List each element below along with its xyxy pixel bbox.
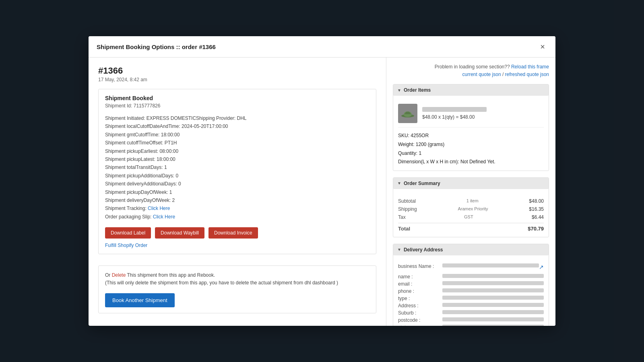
order-summary-arrow: ▼	[397, 181, 401, 185]
link-separator: /	[502, 72, 505, 77]
current-quote-link[interactable]: current quote json	[462, 72, 501, 77]
rebook-section: Or Delete This shipment from this app an…	[98, 265, 376, 313]
detail-line-8: Shipment pickupAdditionalDays: 0	[105, 172, 369, 180]
order-items-section: ▼ Order Items	[393, 84, 549, 171]
summary-subtotal: Subtotal 1 item $48.00	[398, 197, 544, 205]
action-buttons: Download Label Download Waybill Download…	[105, 227, 369, 239]
addr-business-value	[442, 263, 539, 267]
addr-address: Address :	[398, 303, 544, 309]
shipping-label: Shipping	[398, 206, 417, 212]
order-summary-header: ▼ Order Summary	[393, 178, 549, 189]
tax-label: Tax	[398, 214, 406, 220]
weight-label: Weight:	[398, 142, 414, 147]
addr-header-row: business Name : ↗	[398, 263, 544, 271]
addr-name-value	[442, 274, 544, 278]
addr-suburb-label: Suburb :	[398, 310, 442, 316]
delete-link[interactable]: Delete	[112, 272, 126, 278]
addr-email: email :	[398, 281, 544, 287]
shipment-booked-title: Shipment Booked	[105, 95, 369, 101]
addr-type-label: type :	[398, 296, 442, 301]
order-date: 17 May, 2024, 8:42 am	[98, 77, 376, 82]
left-panel: #1366 17 May, 2024, 8:42 am Shipment Boo…	[89, 58, 386, 326]
order-items-header: ▼ Order Items	[393, 84, 549, 96]
item-quantity: Quantity: 1	[398, 149, 544, 158]
edit-address-icon[interactable]: ↗	[539, 264, 544, 270]
download-label-button[interactable]: Download Label	[105, 227, 151, 239]
tax-type: GST	[464, 214, 473, 220]
shipping-provider: Aramex Priority	[458, 206, 488, 212]
summary-total: Total $70.79	[398, 223, 544, 233]
detail-tracking: Shipment Tracking: Click Here	[105, 204, 369, 212]
item-price: $48.00 x 1(qty) = $48.00	[422, 114, 487, 120]
addr-type-value	[442, 296, 544, 300]
download-invoice-button[interactable]: Download Invoice	[208, 227, 258, 239]
tracking-link[interactable]: Click Here	[148, 206, 170, 211]
quantity-label: Quantity:	[398, 150, 417, 156]
shipment-booked-box: Shipment Booked Shipment Id: 7115777826 …	[98, 89, 376, 254]
weight-value: 1200 (grams)	[416, 142, 444, 147]
order-id: #1366	[98, 66, 376, 76]
reload-problem-text: Problem in loading some section??	[435, 64, 510, 70]
addr-postcode-value	[442, 317, 544, 321]
addr-business-label: business Name :	[398, 263, 442, 269]
addr-postcode-label: postcode :	[398, 317, 442, 323]
addr-name: name :	[398, 274, 544, 280]
modal-container: Shipment Booking Options :: order #1366 …	[89, 36, 555, 326]
tax-value: $6.44	[532, 214, 544, 220]
delivery-address-header: ▼ Delivery Address	[393, 244, 549, 255]
packaging-label: Order packaging Slip:	[105, 214, 151, 220]
delivery-address-section: ▼ Delivery Address business Name : ↗	[393, 244, 549, 326]
detail-line-6: Shipment pickupLatest: 18:00:00	[105, 155, 369, 163]
addr-address-label: Address :	[398, 303, 442, 309]
shipment-id-label: Shipment Id:	[105, 103, 132, 109]
detail-line-1: Shipment Initiated: EXPRESS DOMESTICShip…	[105, 114, 369, 122]
quantity-value: 1	[419, 150, 421, 156]
order-item-row: $48.00 x 1(qty) = $48.00	[398, 104, 544, 128]
shipment-details: Shipment Initiated: EXPRESS DOMESTICShip…	[105, 114, 369, 221]
rebook-note: (This will only delete the shipment from…	[105, 280, 338, 286]
reload-link[interactable]: Reload this frame	[511, 64, 549, 70]
shipment-id: Shipment Id: 7115777826	[105, 103, 369, 109]
detail-line-11: Shipment deliveryDayOfWeek: 2	[105, 196, 369, 204]
delivery-arrow: ▼	[397, 247, 401, 252]
delivery-address-body: business Name : ↗ name : email :	[393, 259, 549, 326]
summary-tax: Tax GST $6.44	[398, 213, 544, 221]
summary-shipping: Shipping Aramex Priority $16.35	[398, 205, 544, 213]
detail-packaging: Order packaging Slip: Click Here	[105, 213, 369, 221]
addr-state-value	[442, 325, 544, 326]
download-waybill-button[interactable]: Download Waybill	[155, 227, 204, 239]
item-weight: Weight: 1200 (grams)	[398, 140, 544, 149]
addr-phone-value	[442, 288, 544, 292]
order-summary-section: ▼ Order Summary Subtotal 1 item $48.00 S…	[393, 177, 549, 237]
refreshed-quote-link[interactable]: refreshed quote json	[505, 72, 549, 77]
item-meta: SKU: 4255OR Weight: 1200 (grams) Quantit…	[398, 132, 544, 166]
addr-phone: phone :	[398, 288, 544, 294]
shipment-id-value: 7115777826	[134, 103, 161, 109]
addr-email-value	[442, 281, 544, 285]
detail-line-10: Shipment pickupDayOfWeek: 1	[105, 188, 369, 196]
addr-business-name: business Name :	[398, 263, 539, 269]
addr-type: type :	[398, 296, 544, 301]
order-summary-body: Subtotal 1 item $48.00 Shipping Aramex P…	[393, 193, 549, 237]
modal-overlay: Shipment Booking Options :: order #1366 …	[0, 0, 644, 362]
tracking-label: Shipment Tracking:	[105, 206, 147, 211]
item-image-icon	[400, 106, 415, 121]
fulfill-shopify-link[interactable]: Fulfill Shopify Order	[105, 243, 369, 248]
packaging-link[interactable]: Click Here	[153, 214, 175, 220]
detail-line-4: Shipment cutoffTimeOffset: PT1H	[105, 139, 369, 147]
modal-header: Shipment Booking Options :: order #1366 …	[89, 36, 555, 58]
modal-title: Shipment Booking Options :: order #1366	[97, 43, 216, 50]
dimension-value: Not Defined Yet.	[460, 159, 495, 165]
dimension-label: Dimension(L x W x H in cm):	[398, 159, 459, 165]
book-another-button[interactable]: Book Another Shipment	[105, 293, 175, 307]
item-sku: SKU: 4255OR	[398, 132, 544, 140]
addr-address-value	[442, 303, 544, 307]
close-button[interactable]: ×	[538, 42, 547, 51]
shipping-value: $16.35	[529, 206, 544, 212]
detail-line-3: Shipment gmtCutoffTime: 18:00:00	[105, 131, 369, 139]
detail-line-7: Shipment totalTransitDays: 1	[105, 163, 369, 171]
addr-postcode: postcode :	[398, 317, 544, 323]
reload-section: Problem in loading some section?? Reload…	[393, 63, 549, 78]
detail-line-9: Shipment deliveryAdditionalDays: 0	[105, 180, 369, 188]
subtotal-value: $48.00	[529, 198, 544, 204]
